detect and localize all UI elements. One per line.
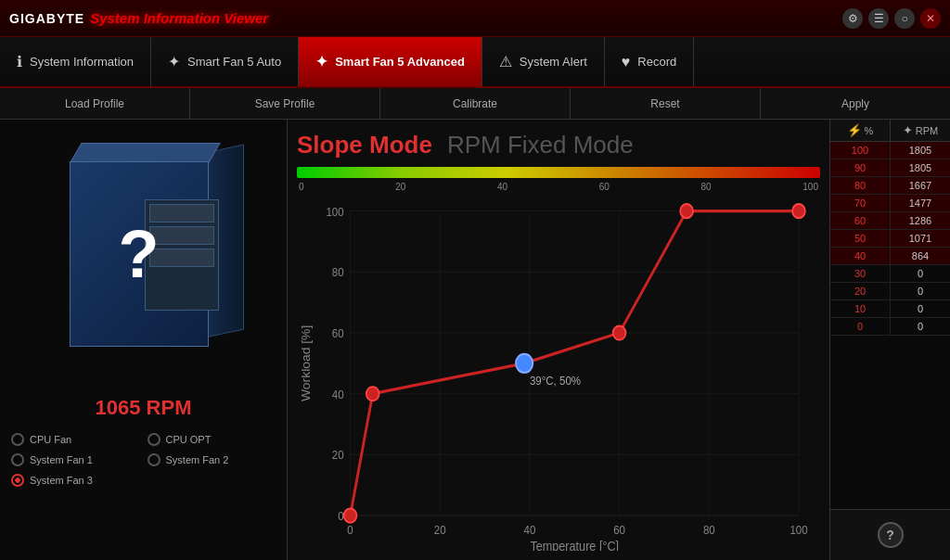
alert-icon: ⚠: [499, 53, 512, 70]
app-logo: GIGABYTE System Information Viewer: [9, 10, 268, 26]
nav-label-record: Record: [637, 55, 676, 69]
rpm-table-body: 1001805901805801667701477601286501071408…: [830, 142, 950, 509]
subtoolbar: Load Profile Save Profile Calibrate Rese…: [0, 88, 950, 120]
reset-button[interactable]: Reset: [571, 88, 761, 119]
case-3d: ?: [51, 143, 237, 375]
pct-cell: 30: [830, 265, 891, 282]
right-panel: ⚡ % ✦ RPM 100180590180580166770147760128…: [829, 120, 950, 560]
curve-point-4: [680, 204, 693, 218]
rpm-row[interactable]: 200: [830, 283, 950, 300]
svg-text:80: 80: [332, 266, 344, 280]
pct-cell: 90: [830, 159, 891, 176]
left-panel: ? 1065 RPM CPU Fan CPU OPT System Fan 1 …: [0, 120, 288, 560]
fan-item-system-fan2[interactable]: System Fan 2: [146, 452, 278, 468]
main-content: ? 1065 RPM CPU Fan CPU OPT System Fan 1 …: [0, 120, 950, 560]
minimize-icon[interactable]: ○: [894, 8, 915, 29]
active-curve-point: [516, 354, 533, 373]
fan-item-system-fan1[interactable]: System Fan 1: [9, 452, 142, 468]
fan-radio-system-fan1: [11, 453, 24, 466]
nav-smart-fan-advanced[interactable]: ✦ Smart Fan 5 Advanced: [299, 37, 482, 86]
fan-label-system-fan1: System Fan 1: [30, 454, 93, 465]
computer-visual: ?: [28, 129, 260, 388]
rpm-cell: 1805: [891, 142, 950, 159]
rpm-table-footer: ?: [830, 509, 950, 560]
rpm-header-label: RPM: [916, 125, 938, 136]
help-button[interactable]: ?: [878, 522, 904, 548]
load-profile-button[interactable]: Load Profile: [0, 88, 190, 119]
rpm-cell: 0: [891, 300, 950, 317]
svg-text:20: 20: [434, 524, 446, 538]
fan-radio-cpu-fan: [11, 433, 24, 446]
pct-cell: 0: [830, 318, 891, 335]
apply-button[interactable]: Apply: [761, 88, 950, 119]
svg-text:20: 20: [332, 449, 344, 463]
rpm-cell: 1286: [891, 212, 950, 229]
pct-cell: 20: [830, 283, 891, 299]
menu-icon[interactable]: ☰: [868, 8, 889, 29]
rpm-display: 1065 RPM: [96, 396, 192, 420]
nav-label-fan-advanced: Smart Fan 5 Advanced: [335, 55, 465, 69]
nav-label-system-alert: System Alert: [520, 55, 587, 69]
fan-radio-cpu-opt: [148, 433, 160, 446]
rpm-fixed-mode-title[interactable]: RPM Fixed Mode: [447, 131, 634, 159]
rpm-cell: 1071: [891, 230, 950, 247]
rpm-col-header: ✦ RPM: [891, 120, 950, 141]
curve-point-5: [792, 204, 805, 218]
nav-record[interactable]: ♥ Record: [605, 37, 694, 86]
svg-text:Temperature [°C]: Temperature [°C]: [530, 539, 619, 551]
svg-text:Workload [%]: Workload [%]: [299, 325, 312, 401]
fan-item-cpu-opt[interactable]: CPU OPT: [146, 431, 278, 448]
nav-system-alert[interactable]: ⚠ System Alert: [482, 37, 605, 86]
fan-item-cpu-fan[interactable]: CPU Fan: [9, 431, 142, 448]
fan-label-cpu-opt: CPU OPT: [166, 434, 212, 445]
temp-gradient-bar: [297, 167, 820, 178]
fan-curve-chart[interactable]: 100 80 60 40 20 0 0 20 40 60 80 100 Temp…: [297, 199, 820, 551]
rpm-row[interactable]: 1001805: [830, 142, 950, 159]
rpm-row[interactable]: 40864: [830, 248, 950, 265]
fan-item-system-fan3[interactable]: System Fan 3: [9, 472, 142, 489]
pct-cell: 50: [830, 230, 891, 247]
curve-point-0: [344, 509, 357, 523]
curve-point-3: [613, 325, 626, 339]
power-icon: ⚡: [847, 123, 862, 137]
fan-icon: ✦: [903, 123, 913, 137]
navbar: ℹ System Information ✦ Smart Fan 5 Auto …: [0, 37, 950, 88]
rpm-row[interactable]: 501071: [830, 230, 950, 248]
rpm-cell: 0: [891, 283, 950, 299]
rpm-cell: 1477: [891, 195, 950, 211]
rpm-row[interactable]: 801667: [830, 177, 950, 195]
pct-col-header: ⚡ %: [830, 120, 891, 141]
rpm-row[interactable]: 701477: [830, 195, 950, 212]
save-profile-button[interactable]: Save Profile: [190, 88, 380, 119]
settings-icon[interactable]: ⚙: [842, 8, 863, 29]
mode-header: Slope Mode RPM Fixed Mode: [297, 131, 820, 159]
rpm-row[interactable]: 100: [830, 300, 950, 318]
pct-cell: 80: [830, 177, 891, 194]
nav-label-system-info: System Information: [30, 55, 134, 69]
rpm-row[interactable]: 300: [830, 265, 950, 283]
nav-system-information[interactable]: ℹ System Information: [0, 37, 151, 86]
fan-label-system-fan3: System Fan 3: [30, 475, 93, 486]
pct-cell: 70: [830, 195, 891, 211]
case-top: [70, 143, 221, 163]
pct-cell: 100: [830, 142, 891, 159]
close-icon[interactable]: ✕: [920, 8, 941, 29]
rpm-cell: 1805: [891, 159, 950, 176]
pct-cell: 10: [830, 300, 891, 317]
svg-text:80: 80: [703, 524, 715, 538]
pct-cell: 40: [830, 248, 891, 264]
svg-rect-0: [351, 211, 799, 515]
rpm-row[interactable]: 601286: [830, 212, 950, 230]
chart-svg: 100 80 60 40 20 0 0 20 40 60 80 100 Temp…: [297, 199, 820, 551]
nav-smart-fan-auto[interactable]: ✦ Smart Fan 5 Auto: [151, 37, 299, 86]
rpm-row[interactable]: 00: [830, 318, 950, 336]
fan-label-system-fan2: System Fan 2: [166, 454, 229, 465]
svg-text:39°C, 50%: 39°C, 50%: [530, 374, 581, 388]
svg-text:40: 40: [332, 388, 344, 401]
rpm-cell: 0: [891, 265, 950, 282]
fan-auto-icon: ✦: [168, 53, 180, 70]
slope-mode-title[interactable]: Slope Mode: [297, 131, 432, 159]
unknown-case-icon: ?: [70, 161, 209, 347]
calibrate-button[interactable]: Calibrate: [380, 88, 571, 119]
rpm-row[interactable]: 901805: [830, 159, 950, 177]
